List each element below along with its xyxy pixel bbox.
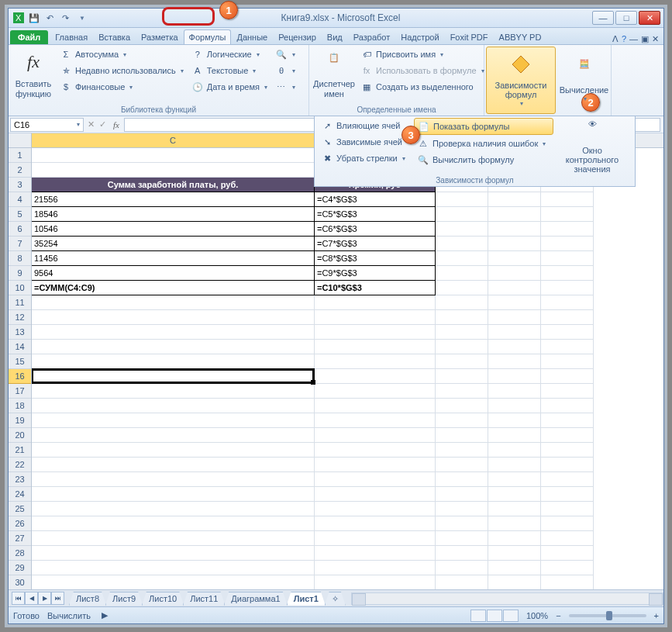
cell[interactable]	[315, 325, 436, 340]
cell[interactable]	[32, 148, 315, 163]
cell[interactable]	[32, 575, 315, 589]
cell[interactable]	[541, 399, 594, 413]
cell[interactable]	[541, 295, 594, 310]
rowhead[interactable]: 24	[9, 487, 31, 502]
sheet-tab[interactable]: Диаграмма1	[224, 592, 287, 606]
view-page-break-button[interactable]	[503, 610, 519, 622]
cell[interactable]	[32, 561, 315, 575]
cell[interactable]	[436, 546, 488, 561]
mdi-close-icon[interactable]: ✕	[652, 34, 659, 44]
cell[interactable]	[436, 575, 488, 589]
cell[interactable]: 11456	[32, 251, 315, 266]
cell[interactable]	[32, 310, 315, 325]
cell[interactable]	[315, 546, 436, 561]
cell[interactable]	[436, 458, 488, 472]
cell[interactable]	[436, 237, 488, 251]
cell[interactable]	[541, 251, 594, 266]
cell[interactable]: =C8*$G$3	[315, 251, 436, 266]
cell[interactable]	[541, 472, 594, 487]
cell[interactable]	[541, 561, 594, 575]
sheet-nav-last[interactable]: ⏭	[51, 592, 64, 605]
cell[interactable]: =C6*$G$3	[315, 222, 436, 237]
cell[interactable]	[436, 384, 488, 399]
recent-button[interactable]: ✯Недавно использовались▾	[57, 63, 187, 78]
trace-dependents-button[interactable]: ➘Зависимые ячей	[318, 134, 414, 150]
cell[interactable]	[488, 237, 541, 251]
autosum-button[interactable]: ΣАвтосумма▾	[57, 47, 187, 62]
cell[interactable]	[436, 340, 488, 354]
cell[interactable]	[488, 472, 541, 487]
cell[interactable]	[541, 266, 594, 281]
rowhead[interactable]: 29	[9, 561, 31, 575]
cell[interactable]: 21556	[32, 192, 315, 207]
cell[interactable]	[32, 413, 315, 428]
math-button[interactable]: θ▾	[272, 63, 298, 78]
cell[interactable]	[32, 502, 315, 516]
cell[interactable]: =СУММ(C4:C9)	[32, 281, 315, 295]
cell[interactable]	[315, 413, 436, 428]
cell[interactable]	[436, 399, 488, 413]
cell[interactable]	[436, 487, 488, 502]
show-formulas-button[interactable]: 📄Показать формулы	[414, 118, 553, 135]
define-name-button[interactable]: 🏷Присвоить имя▾	[357, 47, 488, 62]
error-check-button[interactable]: ⚠Проверка наличия ошибок▾	[414, 136, 553, 151]
cell[interactable]	[541, 516, 594, 531]
watch-window-button[interactable]: 👁 Окно контрольного значения	[553, 118, 631, 175]
cell[interactable]: 18546	[32, 207, 315, 222]
cell[interactable]	[436, 413, 488, 428]
cell[interactable]	[436, 502, 488, 516]
cell[interactable]	[315, 531, 436, 546]
tab-view[interactable]: Вид	[322, 29, 348, 44]
close-button[interactable]: ✕	[639, 11, 660, 25]
rowhead[interactable]: 8	[9, 251, 31, 266]
fx-button-icon[interactable]: fx	[113, 120, 119, 130]
cell[interactable]	[488, 428, 541, 443]
cell[interactable]	[436, 443, 488, 458]
rowhead[interactable]: 12	[9, 310, 31, 325]
cell[interactable]	[315, 561, 436, 575]
cancel-icon[interactable]: ✕	[85, 119, 97, 130]
rowhead[interactable]: 7	[9, 237, 31, 251]
cell[interactable]	[315, 516, 436, 531]
cell[interactable]: 9564	[32, 266, 315, 281]
cell[interactable]	[488, 575, 541, 589]
cell[interactable]	[488, 516, 541, 531]
cell[interactable]	[32, 295, 315, 310]
cell[interactable]	[315, 310, 436, 325]
colhead-c[interactable]: C	[32, 133, 315, 147]
lookup-button[interactable]: 🔍▾	[272, 47, 298, 62]
cell[interactable]	[488, 222, 541, 237]
more-func-button[interactable]: ⋯▾	[272, 79, 298, 95]
rowhead[interactable]: 5	[9, 207, 31, 222]
mdi-restore-icon[interactable]: ▣	[641, 34, 649, 44]
cell[interactable]	[315, 458, 436, 472]
sheet-tab[interactable]: Лист1	[287, 592, 326, 606]
cell[interactable]	[488, 192, 541, 207]
cell[interactable]	[541, 340, 594, 354]
cell[interactable]	[436, 354, 488, 369]
cell[interactable]	[488, 369, 541, 384]
cell[interactable]	[315, 443, 436, 458]
cell[interactable]	[488, 502, 541, 516]
cell[interactable]: =C4*$G$3	[315, 192, 436, 207]
cell[interactable]	[488, 443, 541, 458]
rowhead[interactable]: 26	[9, 516, 31, 531]
mdi-min-icon[interactable]: —	[629, 34, 638, 44]
cell[interactable]	[436, 561, 488, 575]
cell[interactable]	[315, 428, 436, 443]
cell[interactable]	[315, 502, 436, 516]
cell[interactable]: 10546	[32, 222, 315, 237]
cell[interactable]	[488, 310, 541, 325]
cell[interactable]	[541, 237, 594, 251]
zoom-in-button[interactable]: +	[654, 611, 659, 620]
cell[interactable]: 35254	[32, 237, 315, 251]
cell[interactable]	[315, 575, 436, 589]
cell[interactable]	[436, 281, 488, 295]
cell[interactable]	[32, 325, 315, 340]
rowhead[interactable]: 30	[9, 575, 31, 589]
tab-data[interactable]: Данные	[231, 29, 273, 44]
rowhead[interactable]: 18	[9, 399, 31, 413]
rowhead[interactable]: 21	[9, 443, 31, 458]
cell[interactable]	[488, 354, 541, 369]
cell[interactable]	[436, 266, 488, 281]
